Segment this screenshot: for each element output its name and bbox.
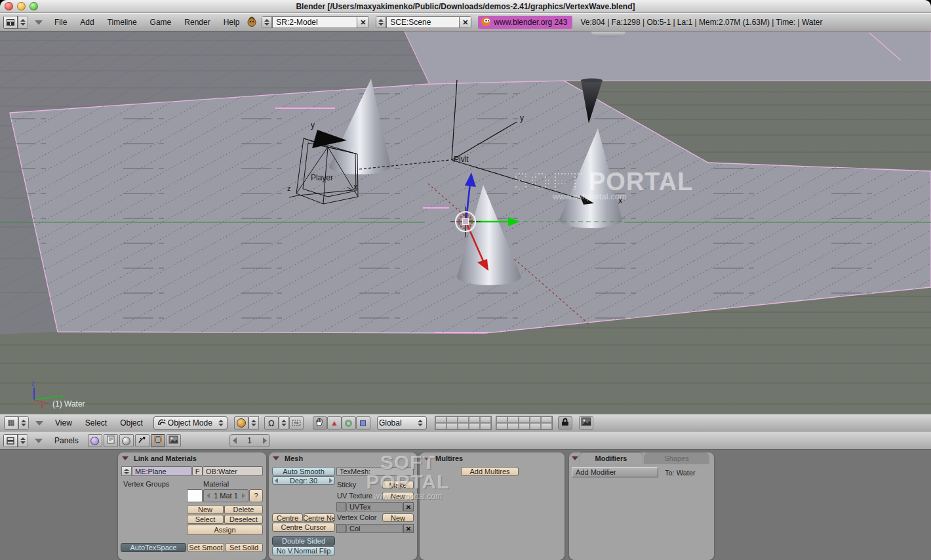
proportional-edit-button[interactable]: Ω	[264, 416, 279, 430]
manipulator-combo-button[interactable]	[356, 416, 370, 430]
viewport-editor-stepper[interactable]	[18, 416, 29, 430]
blender-org-link[interactable]: www.blender.org 243	[478, 16, 572, 29]
double-sided-toggle[interactable]: Double Sided	[272, 536, 335, 546]
layer-toggle[interactable]	[530, 423, 541, 430]
frame-next-icon[interactable]	[263, 437, 267, 444]
header-collapse-icon[interactable]	[35, 20, 43, 25]
editor-type-selector[interactable]	[3, 16, 28, 29]
layer-toggle[interactable]	[469, 423, 480, 430]
layer-toggle[interactable]	[446, 416, 458, 423]
menu-add[interactable]: Add	[73, 18, 100, 27]
degr-increase-icon[interactable]	[329, 478, 332, 483]
tab-shapes[interactable]: Shapes	[644, 452, 709, 464]
zoom-button[interactable]	[30, 2, 38, 10]
uv-texture-new-button[interactable]: New	[382, 492, 414, 500]
material-prev-icon[interactable]	[207, 493, 210, 498]
texmesh-field[interactable]: TexMesh:	[336, 467, 414, 476]
3d-viewport[interactable]: y x z Player Pivit y x	[0, 31, 931, 414]
material-next-icon[interactable]	[242, 493, 245, 498]
uvtex-delete-icon[interactable]: ✕	[403, 502, 414, 511]
layer-toggle[interactable]	[541, 416, 552, 423]
render-preview-button[interactable]	[579, 416, 593, 430]
layer-toggle[interactable]	[446, 423, 458, 430]
panel-header-multires[interactable]: Multires	[420, 452, 565, 464]
layer-toggle[interactable]	[480, 416, 491, 423]
buttons-header-collapse-icon[interactable]	[35, 439, 43, 443]
object-context-button[interactable]	[135, 434, 149, 447]
object-name-field[interactable]: OB:Water	[203, 466, 263, 476]
degr-decrease-icon[interactable]	[275, 478, 278, 483]
panel-collapse-icon[interactable]	[572, 456, 578, 460]
mesh-datablock-field[interactable]: ME:Plane	[132, 466, 192, 476]
layer-toggle[interactable]	[458, 423, 469, 430]
material-help-button[interactable]: ?	[249, 489, 263, 502]
scene-context-button[interactable]	[167, 434, 181, 447]
layer-toggle[interactable]	[458, 416, 469, 423]
centre-button[interactable]: Centre	[272, 513, 303, 522]
menu-select[interactable]: Select	[79, 418, 113, 428]
menu-object[interactable]: Object	[113, 418, 149, 428]
layer-toggle[interactable]	[469, 416, 480, 423]
sticky-make-button[interactable]: Make	[382, 481, 414, 489]
layer-toggle[interactable]	[541, 423, 552, 430]
auto-smooth-toggle[interactable]: Auto Smooth	[272, 467, 335, 475]
fake-user-button[interactable]: F	[192, 466, 203, 476]
menu-view[interactable]: View	[49, 418, 79, 428]
col-delete-icon[interactable]: ✕	[403, 524, 414, 533]
layer-toggle[interactable]	[435, 423, 446, 430]
layer-toggle[interactable]	[507, 423, 519, 430]
orientation-stepper[interactable]	[416, 420, 425, 426]
lock-view-button[interactable]	[558, 416, 572, 430]
menu-game[interactable]: Game	[144, 18, 178, 27]
menu-file[interactable]: File	[48, 18, 73, 27]
manipulator-translate-button[interactable]	[313, 416, 327, 430]
manipulator-scale-button[interactable]	[342, 416, 356, 430]
material-select-button[interactable]: Select	[187, 515, 224, 524]
shading-context-button[interactable]	[119, 434, 134, 447]
editor-type-stepper[interactable]	[18, 16, 28, 29]
layer-buttons-left[interactable]	[435, 416, 492, 430]
panel-collapse-icon[interactable]	[273, 456, 279, 460]
buttons-editor-selector[interactable]	[3, 434, 28, 447]
close-button[interactable]	[5, 2, 13, 10]
scene-field[interactable]: SCE:Scene	[386, 16, 460, 28]
layer-buttons-right[interactable]	[496, 416, 553, 430]
menu-timeline[interactable]: Timeline	[101, 18, 144, 27]
add-multires-button[interactable]: Add Multires	[461, 467, 519, 476]
mode-dropdown[interactable]: Object Mode	[153, 416, 228, 430]
frame-prev-icon[interactable]	[233, 437, 237, 444]
draw-type-stepper[interactable]	[248, 416, 259, 430]
editing-context-button[interactable]	[151, 434, 165, 447]
panel-collapse-icon[interactable]	[424, 456, 430, 460]
no-vnormal-flip-toggle[interactable]: No V.Normal Flip	[272, 546, 335, 555]
layer-toggle[interactable]	[480, 423, 491, 430]
screen-field[interactable]: SR:2-Model	[272, 16, 357, 28]
col-name-field[interactable]: Col	[346, 524, 403, 533]
centre-cursor-button[interactable]: Centre Cursor	[272, 523, 335, 532]
degr-slider[interactable]: Degr: 30	[272, 476, 335, 485]
screen-stepper[interactable]	[262, 16, 272, 28]
layer-toggle[interactable]	[519, 416, 530, 423]
viewport-header-collapse-icon[interactable]	[35, 421, 43, 426]
screen-selector[interactable]: SR:2-Model ✕	[262, 16, 369, 28]
uvtex-name-field[interactable]: UVTex	[346, 502, 403, 511]
material-index-selector[interactable]: 1 Mat 1	[203, 489, 248, 502]
set-smooth-button[interactable]: Set Smoot	[188, 543, 224, 552]
panel-header-mesh[interactable]: Mesh	[269, 452, 417, 464]
tab-modifiers[interactable]: Modifiers	[580, 452, 643, 464]
panel-collapse-icon[interactable]	[122, 456, 129, 460]
draw-type-button[interactable]	[234, 416, 248, 430]
layer-toggle[interactable]	[496, 423, 507, 430]
minimize-button[interactable]	[17, 2, 26, 10]
script-context-button[interactable]	[104, 434, 118, 447]
manipulator-rotate-button[interactable]: ▲	[327, 416, 342, 430]
logic-context-button[interactable]	[88, 434, 102, 447]
snap-button[interactable]	[289, 416, 304, 430]
material-assign-button[interactable]: Assign	[187, 525, 263, 535]
mesh-datablock-stepper[interactable]	[121, 466, 132, 476]
menu-render[interactable]: Render	[178, 18, 216, 27]
material-delete-button[interactable]: Delete	[224, 505, 263, 514]
centre-new-button[interactable]: Centre Ne	[304, 513, 335, 522]
vertex-color-new-button[interactable]: New	[382, 513, 414, 522]
buttons-editor-stepper[interactable]	[18, 434, 28, 447]
